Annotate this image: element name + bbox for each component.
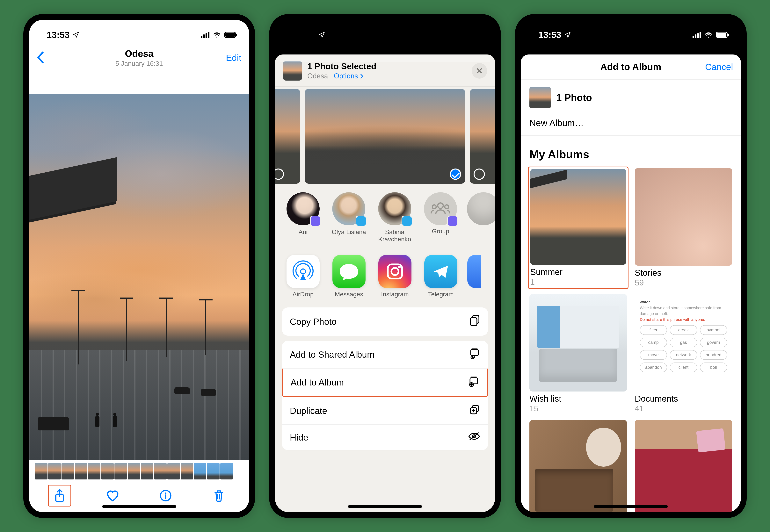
- status-bar: 13:53: [29, 20, 249, 45]
- app-messages[interactable]: Messages: [330, 255, 368, 298]
- svg-rect-2: [236, 34, 237, 36]
- app-more[interactable]: [467, 255, 481, 288]
- svg-point-12: [301, 269, 306, 274]
- app-instagram[interactable]: Instagram: [375, 255, 414, 298]
- viber-badge-icon: [310, 216, 321, 226]
- airdrop-icon: [287, 255, 320, 288]
- album-extra-1[interactable]: [529, 420, 627, 512]
- action-add-shared-album[interactable]: Add to Shared Album: [282, 341, 488, 368]
- favorite-button[interactable]: [101, 489, 124, 502]
- telegram-badge-icon: [356, 216, 367, 226]
- share-button[interactable]: [48, 485, 71, 507]
- back-button[interactable]: [37, 52, 60, 64]
- info-button[interactable]: [154, 489, 177, 502]
- section-my-albums: My Albums: [521, 136, 741, 164]
- share-title: 1 Photo Selected: [307, 61, 467, 71]
- app-telegram[interactable]: Telegram: [421, 255, 460, 298]
- share-photo-next[interactable]: [470, 89, 495, 184]
- share-photo-selected[interactable]: [305, 89, 465, 184]
- album-thumbnail: water. Write it down and store it somewh…: [635, 294, 732, 392]
- album-icon: [468, 376, 479, 389]
- share-actions: Copy Photo Add to Shared Album: [275, 307, 495, 478]
- album-thumbnail: [529, 420, 627, 512]
- phone-3: 13:53 Add to Album Cancel 1 Photo: [515, 14, 747, 518]
- photo-strip[interactable]: [29, 460, 249, 483]
- album-thumbnail: [530, 169, 626, 265]
- share-sheet: 1 Photo Selected Odesa Options: [275, 54, 495, 512]
- trash-button[interactable]: [207, 489, 230, 502]
- selection-count: 1 Photo: [556, 92, 592, 103]
- share-apps-row[interactable]: AirDrop Messages Instagram: [275, 247, 495, 308]
- sheet-title: Add to Album: [560, 61, 702, 72]
- share-photo-scroller[interactable]: [275, 87, 495, 188]
- avatar: [287, 192, 320, 225]
- contact-group[interactable]: Group: [421, 192, 460, 243]
- album-wish-list[interactable]: Wish list 15: [529, 294, 627, 413]
- share-thumbnail: [283, 61, 302, 81]
- cellular-icon: [693, 32, 701, 38]
- avatar: [378, 192, 411, 225]
- album-documents[interactable]: water. Write it down and store it somewh…: [635, 294, 732, 413]
- action-copy-photo[interactable]: Copy Photo: [282, 307, 488, 336]
- duplicate-icon: [469, 404, 480, 417]
- copy-icon: [470, 314, 480, 329]
- home-indicator[interactable]: [348, 505, 422, 508]
- nav-bar: Odesa 5 January 16:31 Edit: [29, 45, 249, 70]
- messages-icon: [332, 255, 366, 288]
- location-icon: [564, 31, 571, 38]
- status-time: 13:53: [538, 30, 561, 40]
- photo-subtitle: 5 January 16:31: [60, 60, 218, 67]
- svg-point-15: [398, 266, 401, 268]
- selection-thumbnail: [529, 87, 551, 108]
- phone-2: 13:53 1 Photo Selected Odesa: [269, 14, 501, 518]
- battery-icon: [716, 32, 729, 38]
- album-thumbnail: [635, 420, 732, 512]
- avatar: [467, 192, 495, 225]
- photo-title: Odesa: [60, 48, 218, 59]
- hide-icon: [468, 432, 480, 443]
- action-hide[interactable]: Hide: [282, 424, 488, 450]
- share-location: Odesa: [307, 72, 328, 80]
- album-stories[interactable]: Stories 59: [635, 168, 732, 287]
- new-album-button[interactable]: New Album…: [521, 116, 741, 136]
- share-photo-prev[interactable]: [275, 89, 300, 184]
- doc-chips: filtercreeksymbol campgasgovern movenetw…: [640, 325, 727, 372]
- app-airdrop[interactable]: AirDrop: [284, 255, 323, 298]
- album-extra-2[interactable]: [635, 420, 732, 512]
- svg-rect-27: [717, 33, 726, 37]
- home-indicator[interactable]: [594, 505, 668, 508]
- contact-more[interactable]: [467, 192, 486, 243]
- svg-point-20: [472, 356, 473, 357]
- instagram-icon: [378, 255, 411, 288]
- status-bar: 13:53: [521, 20, 741, 45]
- svg-point-5: [165, 492, 166, 494]
- album-picker-sheet: Add to Album Cancel 1 Photo New Album… M…: [521, 54, 741, 512]
- share-options-button[interactable]: Options: [334, 72, 364, 80]
- contact-sabina[interactable]: Sabina Kravchenko: [375, 192, 414, 243]
- edit-button[interactable]: Edit: [218, 53, 241, 63]
- contact-olya[interactable]: Olya Lisiana: [330, 192, 368, 243]
- contact-ani[interactable]: Ani: [284, 192, 323, 243]
- wifi-icon: [213, 32, 221, 38]
- location-icon: [72, 31, 79, 38]
- cancel-button[interactable]: Cancel: [702, 62, 733, 72]
- svg-rect-18: [471, 350, 478, 356]
- telegram-icon: [424, 255, 457, 288]
- close-button[interactable]: [472, 63, 487, 79]
- svg-point-9: [438, 203, 443, 208]
- photo-viewer[interactable]: [29, 94, 249, 460]
- cellular-icon: [201, 32, 209, 38]
- svg-rect-17: [470, 318, 477, 326]
- svg-rect-28: [728, 34, 729, 36]
- battery-icon: [224, 32, 237, 38]
- svg-point-14: [391, 268, 399, 275]
- shared-album-icon: [469, 348, 480, 361]
- status-time: 13:53: [47, 30, 70, 40]
- home-indicator[interactable]: [102, 505, 176, 508]
- avatar: [332, 192, 365, 225]
- action-duplicate[interactable]: Duplicate: [282, 397, 488, 424]
- share-contacts-row[interactable]: Ani Olya Lisiana Sabina Kravchenko: [275, 188, 495, 247]
- album-thumbnail: [635, 168, 732, 266]
- album-summer[interactable]: Summer 1: [528, 167, 628, 289]
- action-add-to-album[interactable]: Add to Album: [282, 368, 488, 397]
